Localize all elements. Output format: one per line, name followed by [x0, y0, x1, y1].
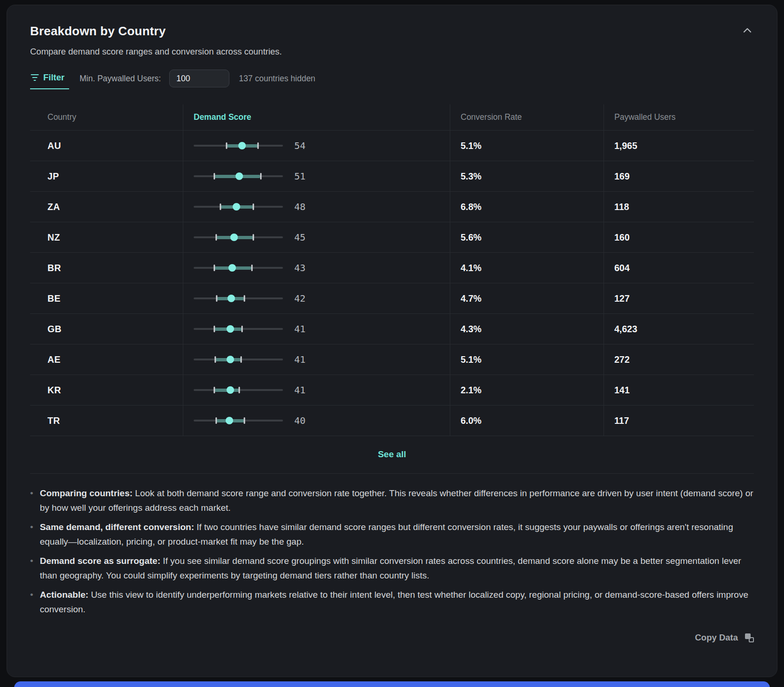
table-body: AU545.1%1,965JP515.3%169ZA486.8%118NZ455… — [30, 131, 754, 436]
slider-high-tick — [257, 142, 259, 149]
slider-low-tick — [213, 387, 215, 393]
demand-range-slider — [194, 325, 283, 333]
slider-score-dot — [227, 386, 234, 394]
table-row: GB414.3%4,623 — [30, 314, 754, 344]
table-row: AU545.1%1,965 — [30, 131, 754, 161]
filter-tab[interactable]: Filter — [30, 72, 69, 89]
note-item: •Same demand, different conversion: If t… — [30, 520, 754, 549]
demand-score-cell: 48 — [183, 192, 450, 222]
country-code: GB — [30, 314, 183, 344]
country-code: KR — [30, 375, 183, 406]
note-text: Actionable: Use this view to identify un… — [40, 588, 754, 617]
demand-score-value: 42 — [294, 293, 306, 304]
paywalled-users-value: 141 — [604, 375, 754, 406]
note-item: •Demand score as surrogate: If you see s… — [30, 554, 754, 583]
demand-score-value: 41 — [294, 384, 306, 396]
slider-high-tick — [251, 265, 252, 271]
demand-score-value: 41 — [294, 323, 306, 335]
slider-score-dot — [227, 295, 235, 302]
conversion-rate-value: 4.7% — [450, 283, 604, 314]
min-paywalled-label: Min. Paywalled Users: — [79, 74, 161, 88]
demand-score-cell: 41 — [183, 314, 450, 344]
slider-score-dot — [227, 356, 234, 363]
table-row: AE415.1%272 — [30, 344, 754, 375]
country-code: TR — [30, 406, 183, 436]
slider-high-tick — [260, 173, 261, 180]
min-paywalled-input[interactable] — [169, 70, 229, 87]
next-card-edge — [14, 681, 770, 687]
panel-header: Breakdown by Country — [30, 24, 754, 39]
note-item: •Actionable: Use this view to identify u… — [30, 588, 754, 617]
slider-low-tick — [213, 265, 215, 271]
bullet-dot: • — [30, 486, 33, 515]
demand-score-value: 48 — [294, 201, 306, 212]
demand-score-cell: 41 — [183, 344, 450, 375]
chevron-up-icon — [743, 28, 752, 35]
country-table: Country Demand Score Conversion Rate Pay… — [30, 104, 754, 474]
slider-low-tick — [226, 142, 227, 149]
slider-score-dot — [230, 234, 238, 241]
column-header-country[interactable]: Country — [30, 104, 183, 131]
demand-score-value: 54 — [294, 140, 306, 151]
note-text: Demand score as surrogate: If you see si… — [40, 554, 754, 583]
page-title: Breakdown by Country — [30, 24, 166, 39]
slider-high-tick — [238, 387, 240, 393]
insight-notes: •Comparing countries: Look at both deman… — [30, 486, 754, 617]
conversion-rate-value: 5.1% — [450, 344, 604, 375]
filter-tab-label: Filter — [43, 72, 64, 83]
slider-low-tick — [215, 417, 217, 424]
column-header-conversion-rate[interactable]: Conversion Rate — [450, 104, 604, 131]
conversion-rate-value: 4.1% — [450, 253, 604, 283]
collapse-panel-button[interactable] — [741, 25, 754, 37]
note-text: Comparing countries: Look at both demand… — [40, 486, 754, 515]
table-row: KR412.1%141 — [30, 375, 754, 406]
country-code: AU — [30, 131, 183, 161]
table-row: JP515.3%169 — [30, 161, 754, 192]
demand-score-cell: 45 — [183, 222, 450, 253]
paywalled-users-value: 127 — [604, 283, 754, 314]
slider-low-tick — [213, 173, 215, 180]
slider-low-tick — [220, 203, 221, 210]
demand-range-slider — [194, 416, 283, 425]
country-code: BR — [30, 253, 183, 283]
demand-score-value: 40 — [294, 415, 306, 426]
slider-high-tick — [244, 417, 245, 424]
paywalled-users-value: 1,965 — [604, 131, 754, 161]
demand-range-slider — [194, 386, 283, 394]
country-code: ZA — [30, 192, 183, 222]
column-header-demand-score[interactable]: Demand Score — [183, 104, 450, 131]
countries-hidden-note: 137 countries hidden — [239, 74, 315, 88]
bullet-dot: • — [30, 588, 33, 617]
table-row: BR434.1%604 — [30, 253, 754, 283]
demand-range-slider — [194, 233, 283, 242]
demand-score-value: 41 — [294, 354, 306, 365]
demand-range-slider — [194, 141, 283, 150]
conversion-rate-value: 5.1% — [450, 131, 604, 161]
slider-high-tick — [240, 356, 242, 363]
slider-low-tick — [213, 326, 215, 332]
note-lead: Actionable: — [40, 590, 88, 600]
table-row: TR406.0%117 — [30, 406, 754, 436]
copy-data-button[interactable]: Copy Data — [695, 632, 738, 643]
conversion-rate-value: 2.1% — [450, 375, 604, 406]
demand-range-slider — [194, 294, 283, 303]
note-lead: Demand score as surrogate: — [40, 556, 161, 566]
column-header-paywalled-users[interactable]: Paywalled Users — [604, 104, 754, 131]
conversion-rate-value: 4.3% — [450, 314, 604, 344]
slider-low-tick — [214, 356, 216, 363]
slider-low-tick — [215, 234, 217, 241]
panel-subtitle: Compare demand score ranges and conversi… — [30, 47, 754, 57]
note-lead: Same demand, different conversion: — [40, 522, 194, 532]
bullet-dot: • — [30, 554, 33, 583]
see-all-link[interactable]: See all — [378, 449, 406, 460]
see-all-row: See all — [30, 436, 754, 474]
demand-range-slider — [194, 264, 283, 272]
slider-low-tick — [216, 295, 218, 302]
slider-high-tick — [253, 203, 254, 210]
slider-score-dot — [235, 172, 243, 180]
copy-icon[interactable] — [745, 633, 754, 642]
paywalled-users-value: 117 — [604, 406, 754, 436]
slider-high-tick — [253, 234, 254, 241]
paywalled-users-value: 118 — [604, 192, 754, 222]
conversion-rate-value: 6.0% — [450, 406, 604, 436]
